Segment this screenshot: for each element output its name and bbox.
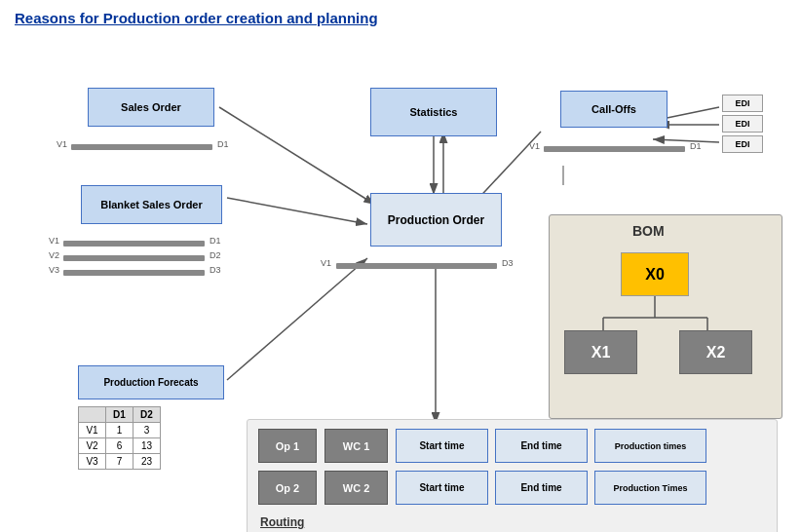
edi-box-1: EDI bbox=[722, 95, 763, 112]
wc2-box: WC 2 bbox=[324, 471, 388, 505]
forecast-v1-d1: 1 bbox=[106, 423, 134, 438]
so-data-line bbox=[71, 144, 212, 150]
forecast-row-v2: V2 6 13 bbox=[79, 438, 161, 454]
forecast-table: D1 D2 V1 1 3 V2 6 13 V3 7 23 bbox=[78, 406, 161, 470]
so-d1-label: D1 bbox=[217, 139, 229, 149]
edi-box-3: EDI bbox=[722, 135, 763, 153]
prod-times-1-box: Production times bbox=[594, 429, 706, 463]
bso-d3-label: D3 bbox=[210, 265, 221, 275]
forecast-row-v1: V1 1 3 bbox=[79, 423, 161, 438]
po-d3-label: D3 bbox=[502, 258, 514, 268]
diagram-area: Sales Order V1 D1 Blanket Sales Order V1… bbox=[15, 34, 786, 512]
po-v1-label: V1 bbox=[321, 258, 331, 268]
bso-v2-label: V2 bbox=[49, 250, 59, 260]
bso-v1-label: V1 bbox=[49, 236, 59, 246]
x0-box: X0 bbox=[621, 252, 689, 296]
x1-box: X1 bbox=[564, 330, 637, 374]
end-time-2-box: End time bbox=[495, 471, 588, 505]
op1-box: Op 1 bbox=[258, 429, 317, 463]
bso-v3-label: V3 bbox=[49, 265, 59, 275]
forecast-v3-label: V3 bbox=[79, 454, 106, 470]
op2-box: Op 2 bbox=[258, 471, 317, 505]
svg-line-1 bbox=[219, 107, 375, 205]
production-order-box: Production Order bbox=[370, 193, 502, 247]
svg-line-9 bbox=[653, 139, 719, 142]
start-time-2-box: Start time bbox=[396, 471, 488, 505]
forecast-v2-label: V2 bbox=[79, 438, 106, 454]
forecast-header-d1: D1 bbox=[106, 407, 134, 423]
page-title: Reasons for Production order creation an… bbox=[15, 10, 786, 26]
co-v1-label: V1 bbox=[529, 141, 540, 151]
end-time-1-box: End time bbox=[495, 429, 588, 463]
routing-label: Routing bbox=[260, 515, 304, 529]
svg-line-2 bbox=[227, 198, 367, 224]
forecast-v2-d2: 13 bbox=[134, 438, 161, 454]
sales-order-box: Sales Order bbox=[88, 88, 214, 127]
page-container: Reasons for Production order creation an… bbox=[0, 0, 801, 532]
prod-times-2-box: Production Times bbox=[594, 471, 706, 505]
x2-box: X2 bbox=[679, 330, 752, 374]
bso-d2-label: D2 bbox=[210, 250, 221, 260]
forecast-header-d2: D2 bbox=[134, 407, 161, 423]
forecast-v1-d2: 3 bbox=[134, 423, 161, 438]
po-data-line bbox=[336, 263, 497, 269]
forecast-header-empty bbox=[79, 407, 106, 423]
call-offs-box: Call-Offs bbox=[560, 91, 668, 128]
forecast-v2-d1: 6 bbox=[106, 438, 134, 454]
forecast-v1-label: V1 bbox=[79, 423, 106, 438]
statistics-box: Statistics bbox=[370, 88, 497, 136]
bso-d1-label: D1 bbox=[210, 236, 221, 246]
forecast-v3-d2: 23 bbox=[134, 454, 161, 470]
so-v1-label: V1 bbox=[57, 139, 67, 149]
bso-line1 bbox=[63, 241, 205, 247]
edi-box-2: EDI bbox=[722, 115, 763, 133]
svg-line-3 bbox=[227, 258, 367, 380]
bso-line2 bbox=[63, 255, 205, 261]
co-d1-label: D1 bbox=[690, 141, 702, 151]
bso-line3 bbox=[63, 270, 205, 276]
bom-title: BOM bbox=[632, 223, 665, 239]
co-data-line bbox=[544, 146, 685, 152]
blanket-sales-order-box: Blanket Sales Order bbox=[81, 185, 222, 224]
forecast-v3-d1: 7 bbox=[106, 454, 134, 470]
wc1-box: WC 1 bbox=[324, 429, 388, 463]
start-time-1-box: Start time bbox=[396, 429, 488, 463]
forecast-row-v3: V3 7 23 bbox=[79, 454, 161, 470]
bom-container: BOM X0 X1 X2 bbox=[549, 214, 782, 419]
production-forecats-box: Production Forecats bbox=[78, 365, 224, 399]
